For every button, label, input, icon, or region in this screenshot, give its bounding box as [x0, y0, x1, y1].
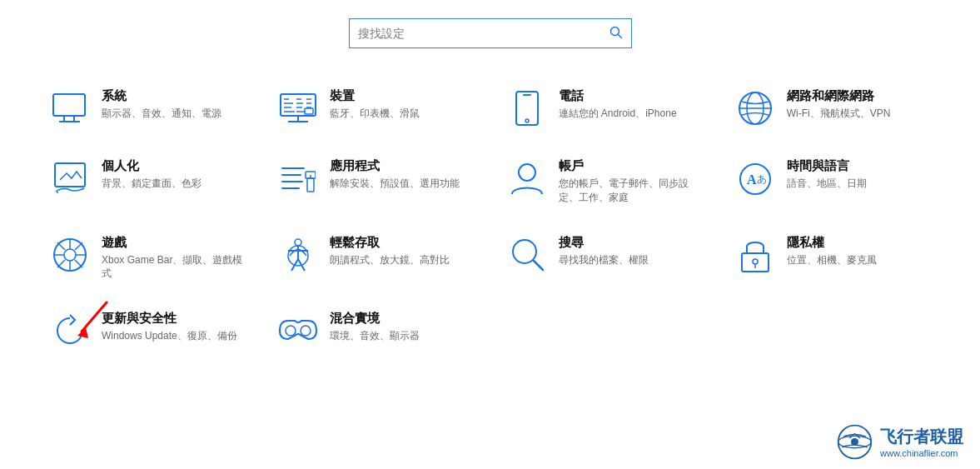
watermark-url: www.chinaflier.com [880, 448, 963, 458]
settings-item-search[interactable]: 搜尋 尋找我的檔案、權限 [490, 220, 719, 297]
update-icon [50, 311, 90, 351]
mixed-subtitle: 環境、音效、顯示器 [330, 329, 420, 343]
svg-point-59 [753, 259, 758, 264]
update-title: 更新與安全性 [102, 311, 237, 327]
svg-rect-18 [305, 108, 313, 114]
settings-item-mixed[interactable]: 混合實境 環境、音效、顯示器 [261, 296, 490, 366]
svg-rect-2 [53, 94, 85, 116]
gaming-icon [50, 235, 90, 275]
settings-item-accessibility[interactable]: 輕鬆存取 朗讀程式、放大鏡、高對比 [261, 220, 490, 297]
watermark-logo-icon [836, 423, 873, 461]
accessibility-subtitle: 朗讀程式、放大鏡、高對比 [330, 253, 450, 267]
settings-item-gaming[interactable]: 遊戲 Xbox Game Bar、擷取、遊戲模式 [33, 220, 261, 297]
settings-item-privacy[interactable]: 隱私權 位置、相機、麥克風 [719, 220, 947, 297]
devices-subtitle: 藍牙、印表機、滑鼠 [330, 107, 420, 121]
svg-rect-33 [307, 178, 314, 192]
gaming-title: 遊戲 [102, 235, 245, 251]
search-settings-title: 搜尋 [559, 235, 649, 251]
search-input[interactable] [358, 27, 609, 40]
personalization-title: 個人化 [102, 158, 201, 174]
svg-point-41 [64, 249, 76, 261]
settings-item-personalization[interactable]: 個人化 背景、鎖定畫面、色彩 [33, 143, 261, 220]
svg-rect-21 [516, 92, 538, 125]
apps-subtitle: 解除安裝、預設值、選用功能 [330, 177, 460, 191]
phone-icon [507, 88, 547, 128]
svg-line-49 [57, 260, 65, 267]
settings-item-network[interactable]: 網路和網際網路 Wi-Fi、飛航模式、VPN [719, 73, 947, 143]
privacy-title: 隱私權 [787, 235, 877, 251]
personalization-subtitle: 背景、鎖定畫面、色彩 [102, 177, 201, 191]
svg-line-46 [57, 242, 65, 250]
privacy-icon [735, 235, 775, 275]
search-bar[interactable] [349, 18, 632, 48]
personalization-icon [50, 158, 90, 198]
network-title: 網路和網際網路 [787, 88, 891, 104]
settings-item-time[interactable]: A あ 時間與語言 語音、地區、日期 [719, 143, 947, 220]
devices-icon [278, 88, 318, 128]
settings-item-phone[interactable]: 電話 連結您的 Android、iPhone [490, 73, 719, 143]
svg-point-61 [286, 326, 296, 336]
svg-rect-6 [281, 94, 316, 116]
watermark: 飞行者联盟 www.chinaflier.com [836, 423, 963, 461]
svg-point-22 [525, 119, 529, 122]
svg-point-67 [851, 438, 858, 446]
mixed-title: 混合實境 [330, 311, 420, 327]
mixed-reality-icon [278, 311, 318, 351]
system-subtitle: 顯示器、音效、通知、電源 [102, 107, 221, 121]
apps-title: 應用程式 [330, 158, 460, 174]
settings-item-accounts[interactable]: 帳戶 您的帳戶、電子郵件、同步設定、工作、家庭 [490, 143, 719, 220]
search-settings-subtitle: 尋找我的檔案、權限 [559, 253, 649, 267]
time-icon: A あ [735, 158, 775, 198]
privacy-subtitle: 位置、相機、麥克風 [787, 253, 877, 267]
settings-item-system[interactable]: 系統 顯示器、音效、通知、電源 [33, 73, 261, 143]
accounts-icon [507, 158, 547, 198]
svg-text:A: A [747, 172, 757, 187]
network-icon [735, 88, 775, 128]
svg-point-50 [295, 239, 301, 246]
svg-line-1 [618, 34, 621, 37]
accounts-title: 帳戶 [559, 158, 702, 174]
svg-point-56 [513, 240, 536, 263]
apps-icon [278, 158, 318, 198]
settings-item-devices[interactable]: 裝置 藍牙、印表機、滑鼠 [261, 73, 490, 143]
search-settings-icon [507, 235, 547, 275]
system-title: 系統 [102, 88, 221, 104]
search-icon [609, 26, 623, 42]
svg-text:あ: あ [757, 173, 767, 185]
update-subtitle: Windows Update、復原、備份 [102, 329, 237, 343]
svg-point-36 [519, 164, 535, 181]
accounts-subtitle: 您的帳戶、電子郵件、同步設定、工作、家庭 [559, 177, 702, 205]
devices-title: 裝置 [330, 88, 420, 104]
time-title: 時間與語言 [787, 158, 867, 174]
phone-title: 電話 [559, 88, 677, 104]
gaming-subtitle: Xbox Game Bar、擷取、遊戲模式 [102, 253, 245, 282]
accessibility-icon [278, 235, 318, 275]
settings-grid: 系統 顯示器、音效、通知、電源 [0, 73, 980, 366]
time-subtitle: 語音、地區、日期 [787, 177, 867, 191]
settings-item-apps[interactable]: 應用程式 解除安裝、預設值、選用功能 [261, 143, 490, 220]
phone-subtitle: 連結您的 Android、iPhone [559, 107, 677, 121]
watermark-title: 飞行者联盟 [880, 426, 963, 448]
settings-item-update[interactable]: 更新與安全性 Windows Update、復原、備份 [33, 296, 261, 366]
svg-rect-27 [55, 163, 85, 187]
svg-point-62 [301, 326, 311, 336]
svg-rect-58 [742, 253, 769, 272]
svg-line-57 [534, 261, 543, 270]
svg-line-48 [75, 242, 82, 250]
accessibility-title: 輕鬆存取 [330, 235, 450, 251]
system-icon [50, 88, 90, 128]
search-container [0, 0, 980, 48]
network-subtitle: Wi-Fi、飛航模式、VPN [787, 107, 891, 121]
svg-line-47 [75, 260, 82, 267]
